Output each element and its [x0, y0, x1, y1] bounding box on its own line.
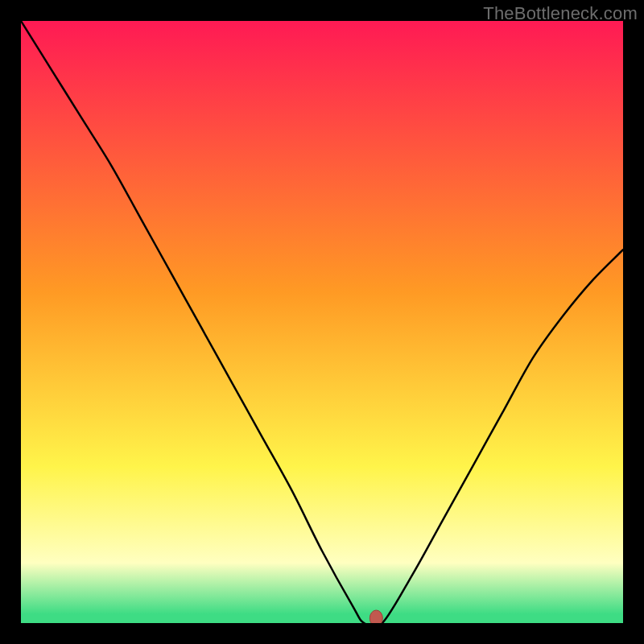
watermark-text: TheBottleneck.com: [483, 3, 638, 24]
chart-frame: TheBottleneck.com: [0, 0, 644, 644]
optimal-point-marker: [369, 610, 382, 623]
gradient-background: [21, 21, 623, 623]
plot-area: [21, 21, 623, 623]
plot-svg: [21, 21, 623, 623]
